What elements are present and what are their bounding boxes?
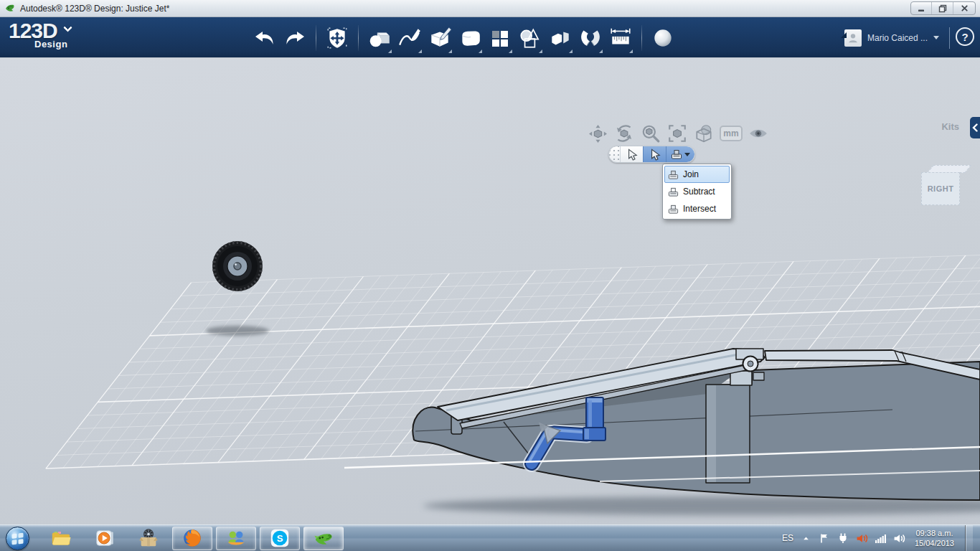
toolbar-separator [358, 25, 359, 51]
minimize-icon [918, 5, 925, 12]
redo-button[interactable] [280, 21, 310, 55]
menu-item-subtract[interactable]: Subtract [664, 183, 730, 200]
undo-button[interactable] [250, 21, 280, 55]
taskbar-app-skype[interactable]: S [260, 527, 300, 550]
taskbar-app-media-player[interactable] [85, 527, 125, 550]
context-toolbar [608, 146, 695, 163]
window-controls [910, 1, 976, 15]
taskbar: S ES [0, 524, 980, 551]
hidden-icons-button[interactable] [800, 532, 812, 545]
start-button[interactable] [6, 527, 29, 550]
taskbar-app-firefox[interactable] [172, 527, 212, 550]
toolbar-separator [316, 25, 316, 51]
taskbar-app-supply-box[interactable] [128, 527, 169, 550]
primitives-button[interactable] [364, 21, 395, 55]
combine-operation-dropdown[interactable] [666, 146, 694, 162]
app-menu-button[interactable]: 123D Design [9, 20, 71, 50]
supply-box-icon [138, 527, 159, 549]
snap-button[interactable] [575, 21, 606, 55]
units-button[interactable]: mm [720, 126, 743, 141]
taskbar-app-123d-design[interactable] [303, 527, 344, 550]
volume-mixer-button[interactable] [856, 532, 868, 545]
redo-icon [283, 27, 306, 50]
material-button[interactable] [648, 21, 678, 55]
smooth-icon [458, 26, 482, 50]
taskbar-apps: S [41, 525, 344, 551]
minimize-button[interactable] [911, 2, 932, 14]
restore-button[interactable] [933, 2, 953, 14]
menu-item-join[interactable]: Join [664, 166, 730, 183]
help-button[interactable]: ? [956, 27, 974, 46]
windows-flag-icon [6, 527, 29, 550]
sketch-icon [397, 26, 422, 50]
wheel-model[interactable] [212, 241, 263, 291]
close-button[interactable] [954, 2, 975, 14]
taskbar-clock[interactable]: 09:38 a.m. 15/04/2013 [915, 528, 954, 548]
pattern-button[interactable] [485, 21, 515, 55]
fit-view-icon [667, 123, 687, 143]
network-button[interactable] [875, 532, 887, 545]
combine-operation-icon [671, 149, 682, 160]
media-player-icon [94, 527, 116, 549]
eye-icon [748, 123, 768, 143]
dropdown-caret [509, 50, 512, 53]
app-icon [4, 1, 16, 16]
clock-date: 15/04/2013 [915, 538, 954, 548]
combine-operation-menu: Join Subtract Intersect [662, 164, 732, 220]
kits-panel-label: Kits [941, 121, 959, 132]
view-cube-front-face[interactable]: RIGHT [921, 172, 960, 205]
modify-button[interactable] [425, 21, 455, 55]
menu-item-intersect[interactable]: Intersect [664, 200, 730, 217]
viewport[interactable]: mm Join [0, 58, 980, 524]
orbit-button[interactable] [613, 123, 635, 144]
panel-collapse-button[interactable] [970, 117, 980, 138]
account-menu[interactable]: Mario Caiced ... [844, 17, 950, 58]
taskbar-app-explorer[interactable] [41, 527, 81, 550]
smooth-button[interactable] [455, 21, 485, 55]
select-button[interactable] [620, 146, 643, 162]
shading-button[interactable] [693, 123, 715, 144]
dropdown-caret [569, 50, 573, 53]
dropdown-caret [684, 153, 690, 156]
subtract-icon [668, 187, 679, 197]
restore-icon [938, 4, 947, 13]
measure-button[interactable] [606, 21, 636, 55]
taskbar-app-messenger[interactable] [216, 527, 256, 550]
pattern-icon [489, 27, 512, 50]
explorer-folder-icon [50, 527, 72, 549]
zoom-button[interactable] [640, 123, 661, 144]
pan-button[interactable] [587, 123, 608, 144]
firefox-icon [182, 527, 203, 549]
system-tray: ES 09:38 a.m. 15/04/2013 [782, 525, 973, 551]
action-center-button[interactable] [819, 532, 831, 545]
drag-grip[interactable] [609, 146, 620, 162]
select-button-active[interactable] [643, 146, 666, 162]
chevron-up-icon [801, 534, 811, 543]
flag-icon [819, 532, 830, 544]
transform-move-button[interactable] [322, 21, 352, 55]
fit-view-button[interactable] [666, 123, 688, 144]
transform-move-icon [325, 26, 349, 50]
material-icon [651, 26, 675, 50]
viewport-scene[interactable] [0, 58, 980, 524]
chevron-down-icon [933, 36, 939, 39]
visibility-button[interactable] [748, 123, 769, 144]
shading-icon [694, 123, 714, 143]
orbit-icon [614, 123, 634, 143]
combine-button[interactable] [515, 21, 545, 55]
split-button[interactable] [545, 21, 575, 55]
power-button[interactable] [837, 532, 849, 545]
sketch-button[interactable] [395, 21, 425, 55]
speaker-button[interactable] [893, 532, 905, 545]
language-indicator[interactable]: ES [782, 533, 793, 543]
jet-model[interactable] [413, 349, 980, 500]
toolbar-tools [250, 20, 678, 56]
avatar [844, 29, 862, 47]
dropdown-caret [629, 50, 633, 53]
show-desktop-button[interactable] [965, 525, 973, 551]
close-icon [961, 4, 969, 12]
dropdown-caret [599, 50, 603, 53]
view-cube[interactable]: RIGHT [921, 165, 966, 205]
help-icon: ? [961, 31, 968, 43]
account-name: Mario Caiced ... [867, 33, 928, 43]
